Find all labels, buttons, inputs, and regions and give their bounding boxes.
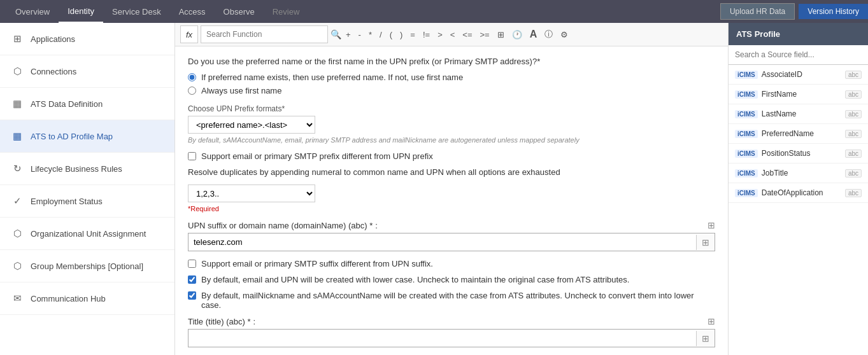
nav-item-observe[interactable]: Observe	[215, 0, 264, 23]
link-icon: ⬡	[10, 64, 24, 78]
cycle-icon: ↻	[10, 162, 24, 176]
op-grid[interactable]: ⊞	[495, 29, 506, 41]
ats-field-item[interactable]: iCIMS PositionStatus abc	[729, 144, 868, 164]
nav-item-review: Review	[264, 0, 309, 23]
checkbox-smtp-prefix[interactable]: Support email or primary SMTP prefix dif…	[188, 151, 715, 161]
op-text-a[interactable]: A	[528, 27, 539, 41]
search-icon: 🔍	[331, 29, 341, 39]
sidebar-item-group-memberships[interactable]: ⬡ Group Memberships [Optional]	[0, 250, 174, 282]
op-settings[interactable]: ⚙	[559, 29, 570, 41]
checkbox-mailnickname[interactable]: By default, mailNickname and sAMAccountN…	[188, 291, 715, 310]
sidebar-item-lifecycle[interactable]: ↻ Lifecycle Business Rules	[0, 153, 174, 185]
group-icon: ⬡	[10, 259, 24, 273]
upn-suffix-input-wrapper: ⊞	[188, 233, 715, 251]
sidebar-item-applications[interactable]: ⊞ Applications	[0, 23, 174, 55]
ats-field-item[interactable]: iCIMS LastName abc	[729, 104, 868, 124]
map-icon: ▦	[10, 129, 24, 143]
title-colon: :	[253, 317, 255, 326]
formula-operators: + - * / ( ) = != > < <= >= ⊞ 🕐 A ⓘ ⚙	[344, 27, 570, 41]
op-star[interactable]: *	[367, 29, 374, 41]
sidebar-item-comm-hub[interactable]: ✉ Communication Hub	[0, 282, 174, 315]
upn-hint-text: By default, sAMAccountName, email, prima…	[188, 136, 715, 144]
upn-suffix-input[interactable]	[189, 233, 696, 251]
form-content: Do you use the preferred name or the fir…	[175, 46, 728, 355]
sidebar-item-employment-status[interactable]: ✓ Employment Status	[0, 185, 174, 218]
grid-icon-title-btn[interactable]: ⊞	[696, 331, 715, 346]
fx-button[interactable]: fx	[180, 25, 198, 43]
op-close-paren[interactable]: )	[398, 29, 404, 41]
op-not-equals[interactable]: !=	[421, 29, 432, 41]
radio-always-first[interactable]: Always use first name	[188, 86, 715, 95]
search-function-input[interactable]	[201, 25, 328, 43]
radio-preferred-name[interactable]: If preferred name exists, then use prefe…	[188, 73, 715, 82]
op-gte[interactable]: >=	[478, 29, 492, 41]
grid-icon-title[interactable]: ⊞	[708, 316, 715, 326]
user-check-icon: ✓	[10, 194, 24, 208]
op-minus[interactable]: -	[357, 29, 363, 41]
ats-field-list: iCIMS AssociateID abc iCIMS FirstName ab…	[729, 65, 868, 203]
ats-profile-panel: ATS Profile iCIMS AssociateID abc iCIMS …	[728, 23, 868, 355]
ats-field-item[interactable]: iCIMS AssociateID abc	[729, 65, 868, 85]
upn-suffix-label: UPN suffix or domain name (domainName) (…	[188, 221, 373, 230]
title-input[interactable]	[189, 330, 696, 347]
checkbox-lowercase[interactable]: By default, email and UPN will be create…	[188, 275, 715, 284]
sidebar-item-org-unit[interactable]: ⬡ Organizational Unit Assignment	[0, 218, 174, 250]
op-slash[interactable]: /	[378, 29, 384, 41]
op-plus[interactable]: +	[344, 29, 353, 41]
org-icon: ⬡	[10, 226, 24, 240]
title-input-wrapper: ⊞	[188, 329, 715, 347]
upload-hr-data-button[interactable]: Upload HR Data	[720, 3, 795, 20]
upn-prefix-select[interactable]: <preferred name>.<last>	[188, 116, 315, 134]
op-gt[interactable]: >	[436, 29, 445, 41]
grid-icon-upn[interactable]: ⊞	[708, 220, 715, 230]
chat-icon: ✉	[10, 291, 24, 305]
upn-prefix-label: Choose UPN Prefix formats*	[188, 104, 715, 113]
sidebar-item-connections[interactable]: ⬡ Connections	[0, 55, 174, 88]
ats-field-item[interactable]: iCIMS JobTitle abc	[729, 164, 868, 183]
grid-icon: ⊞	[10, 32, 24, 46]
nav-item-overview[interactable]: Overview	[6, 0, 59, 23]
ats-search-input[interactable]	[729, 45, 868, 65]
op-equals[interactable]: =	[408, 29, 417, 41]
sidebar-item-ats-data-def[interactable]: ▦ ATS Data Definition	[0, 88, 174, 120]
numbering-select[interactable]: 1,2,3..	[188, 184, 315, 202]
upn-suffix-colon: :	[375, 221, 378, 230]
checkbox-smtp-suffix[interactable]: Support email or primary SMTP suffix dif…	[188, 259, 715, 268]
nav-item-service-desk[interactable]: Service Desk	[103, 0, 170, 23]
title-label: Title (title) (abc) *	[188, 317, 250, 326]
required-note: *Required	[188, 205, 715, 212]
op-info[interactable]: ⓘ	[543, 27, 555, 41]
formula-bar: fx 🔍 + - * / ( ) = != > < <= >= ⊞ 🕐 A ⓘ …	[175, 23, 728, 46]
ats-field-item[interactable]: iCIMS PreferredName abc	[729, 124, 868, 144]
ats-field-item[interactable]: iCIMS DateOfApplication abc	[729, 183, 868, 203]
nav-item-identity[interactable]: Identity	[59, 0, 103, 23]
op-lt[interactable]: <	[448, 29, 457, 41]
sidebar: ⊞ Applications ⬡ Connections ▦ ATS Data …	[0, 23, 175, 355]
table-icon: ▦	[10, 97, 24, 111]
resolve-duplicates-text: Resolve duplicates by appending numeral …	[188, 167, 715, 177]
version-history-button[interactable]: Version History	[799, 4, 868, 19]
nav-item-access[interactable]: Access	[170, 0, 215, 23]
upn-prefix-question: Do you use the preferred name or the fir…	[188, 57, 715, 66]
op-lte[interactable]: <=	[460, 29, 474, 41]
sidebar-item-ats-ad-profile[interactable]: ▦ ATS to AD Profile Map	[0, 120, 174, 153]
op-open-paren[interactable]: (	[388, 29, 394, 41]
grid-icon-suffix[interactable]: ⊞	[696, 235, 715, 250]
ats-field-item[interactable]: iCIMS FirstName abc	[729, 85, 868, 104]
ats-profile-header: ATS Profile	[729, 23, 868, 45]
op-clock[interactable]: 🕐	[510, 29, 524, 41]
radio-group-upn: If preferred name exists, then use prefe…	[188, 73, 715, 95]
